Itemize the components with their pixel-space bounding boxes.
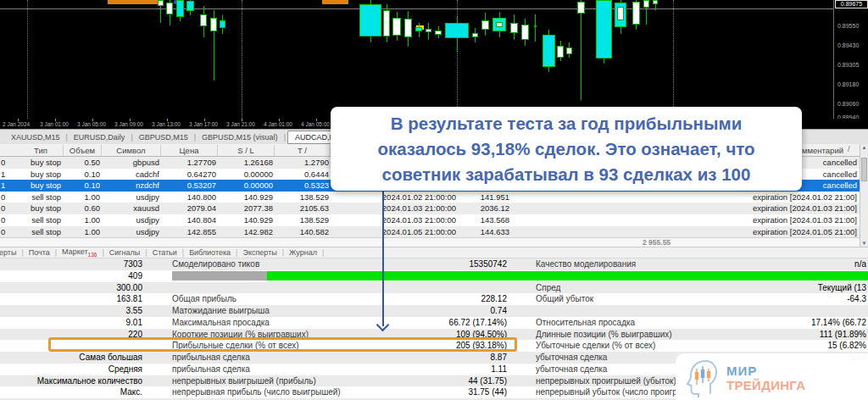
order-cell-symbol: xauusd	[103, 203, 159, 214]
candlestick-chart[interactable]: 0.89675 0.895500.894300.893050.891800.89…	[0, 0, 868, 119]
candle-body-bull	[166, 3, 173, 14]
terminal-tab-библиотека[interactable]: Библиотека	[186, 248, 233, 257]
candle-body-bull	[481, 20, 489, 30]
candle-body-bull	[534, 25, 537, 27]
order-cell-num: 1	[1, 180, 8, 192]
time-tick-label: 3 Jan 09:00	[114, 121, 150, 127]
order-cell-symbol: usdjpy	[103, 192, 159, 203]
candle-body-bear	[415, 27, 422, 31]
tab-separator: |	[194, 133, 196, 142]
terminal-tab-статьи[interactable]: Статьи	[150, 248, 180, 257]
order-row[interactable]: 0buy stop0.60xauusd2079.042077.382105.63…	[0, 203, 860, 214]
orders-header-cell[interactable]: Символ	[102, 145, 161, 156]
candle-body-bull	[435, 31, 442, 35]
profit-trades-highlight-box	[48, 337, 517, 352]
report-cell-v1: 9.01	[0, 317, 142, 329]
terminal-tab-label: ерты	[0, 248, 16, 257]
order-cell-comment: expiration [2024.01.02 21:00]	[593, 192, 857, 203]
time-tick-label: 3 Jan 01:00	[40, 121, 75, 127]
candle-body-bull	[653, 0, 658, 4]
price-tick-label: 0.89305	[837, 62, 859, 68]
order-cell-time: 2024.01.03 21:00:00	[356, 203, 456, 214]
order-cell-price: 140.800	[159, 192, 216, 203]
order-cell-volume: 1.00	[64, 226, 100, 238]
orders-header-cell[interactable]: Объем	[64, 145, 102, 156]
candle-body-bull	[392, 18, 401, 36]
order-cell-num: 1	[1, 169, 8, 181]
order-cell-volume: 0.60	[64, 203, 100, 214]
orders-header-cell[interactable]: T /	[275, 145, 331, 156]
tab-separator: |	[322, 248, 324, 257]
current-price-box: 0.89675	[835, 0, 868, 8]
order-cell-price: 142.855	[159, 226, 216, 238]
terminal-tab-маркет[interactable]: Маркет136	[59, 247, 99, 258]
order-row[interactable]: 0sell stop1.00usdjpy140.804140.929138.52…	[0, 214, 860, 226]
report-cell-v1: 409	[0, 270, 142, 282]
terminal-tab-эксперты[interactable]: Эксперты	[240, 248, 279, 257]
orders-header-cell[interactable]: S / L	[218, 145, 275, 156]
terminal-tab-ерты[interactable]: ерты	[0, 248, 19, 257]
chart-tab-gbpusd-m15[interactable]: GBPUSD,M15	[135, 132, 192, 142]
order-cell-num: 0	[1, 214, 8, 226]
report-cell-v3: 111 (91.89%	[704, 329, 866, 341]
terminal-tab-label: Эксперты	[242, 248, 276, 257]
candle-body-bear	[542, 35, 555, 67]
candle-body-bull	[404, 19, 412, 37]
candle-body-bull	[383, 10, 390, 36]
order-cell-num: 0	[1, 203, 8, 214]
price-axis[interactable]: 0.89675 0.895500.894300.893050.891800.89…	[833, 0, 868, 119]
report-cell-v2: 1.11	[356, 364, 507, 375]
order-cell-symbol: usdjpy	[103, 214, 159, 226]
report-cell-v1: Средняя	[0, 364, 142, 375]
chart-tab-gbpusd-m15-visual-[interactable]: GBPUSD,M15 (visual)	[198, 132, 282, 142]
order-cell-tp: 0.5323	[272, 180, 329, 192]
report-cell-v3: n/a	[704, 258, 866, 270]
report-row: 300.00СпредТекущий (13	[0, 282, 868, 294]
candle-body-bull	[158, 0, 164, 6]
order-cell-time: 2024.01.03 21:00:00	[356, 214, 456, 226]
order-row[interactable]: 0sell stop1.00usdjpy140.800140.929138.52…	[0, 192, 860, 203]
order-row[interactable]: 0sell stop1.00usdjpy142.855142.982140.58…	[0, 226, 860, 238]
scroll-up-icon[interactable]: ▲	[860, 145, 868, 150]
callout-line-2: оказалось 93,18% сделок. Это означает, ч…	[331, 136, 802, 162]
order-cell-type: buy stop	[19, 169, 61, 181]
order-cell-type: buy stop	[19, 157, 61, 169]
candle-wick	[581, 0, 581, 100]
scroll-thumb[interactable]	[861, 158, 867, 181]
terminal-tab-журнал[interactable]: Журнал	[287, 248, 320, 257]
mir-trading-watermark: МИР ТРЕЙДИНГА	[676, 353, 868, 400]
order-cell-volume: 1.00	[64, 214, 100, 226]
time-tick-label: 3 Jan 05:00	[77, 121, 113, 127]
order-cell-tp: 138.529	[272, 192, 329, 203]
price-level-line	[0, 8, 833, 9]
day-separator-gridline	[673, 0, 674, 119]
order-cell-comment: expiration [2024.01.05 21:00]	[593, 226, 857, 238]
callout-line-1: В результате теста за год прибыльными	[331, 111, 802, 136]
report-cell-v2: 228.12	[356, 293, 507, 305]
candle-wick	[535, 14, 536, 42]
chart-tab-eurusd-daily[interactable]: EURUSD,Daily	[70, 132, 130, 142]
callout-line-3: советник зарабатывал в 93 сделках из 100	[331, 162, 802, 187]
order-cell-price2: 144.633	[459, 226, 509, 238]
tab-separator: |	[145, 248, 147, 257]
order-cell-sl: 140.929	[216, 214, 273, 226]
tab-separator: |	[21, 248, 23, 257]
chart-tab-xauusd-m15[interactable]: XAUUSD,M15	[7, 132, 64, 142]
order-cell-num: 0	[1, 226, 8, 238]
orange-trend-segment	[322, 0, 348, 4]
order-cell-tp: 0.6444	[272, 169, 329, 181]
orders-header-cell[interactable]: Цена	[161, 145, 218, 156]
terminal-tab-сигналы[interactable]: Сигналы	[107, 248, 143, 257]
scroll-down-icon[interactable]: ▼	[860, 241, 868, 246]
orders-scrollbar[interactable]: ▲ ▼	[860, 144, 868, 247]
time-tick-label: 3 Jan 17:00	[189, 121, 225, 127]
order-cell-comment: expiration [2024.01.03 21:00]	[593, 203, 857, 214]
order-cell-type: sell stop	[19, 226, 61, 238]
sort-indicator-icon[interactable]: /	[848, 145, 850, 153]
tab-separator: |	[66, 133, 68, 142]
order-cell-price: 0.64270	[159, 169, 216, 181]
terminal-tab-почта[interactable]: Почта	[26, 248, 53, 257]
orders-header-cell[interactable]: Тип	[19, 145, 64, 156]
report-cell-v1: Максимальное количество	[0, 375, 142, 387]
tab-separator: |	[55, 248, 57, 257]
